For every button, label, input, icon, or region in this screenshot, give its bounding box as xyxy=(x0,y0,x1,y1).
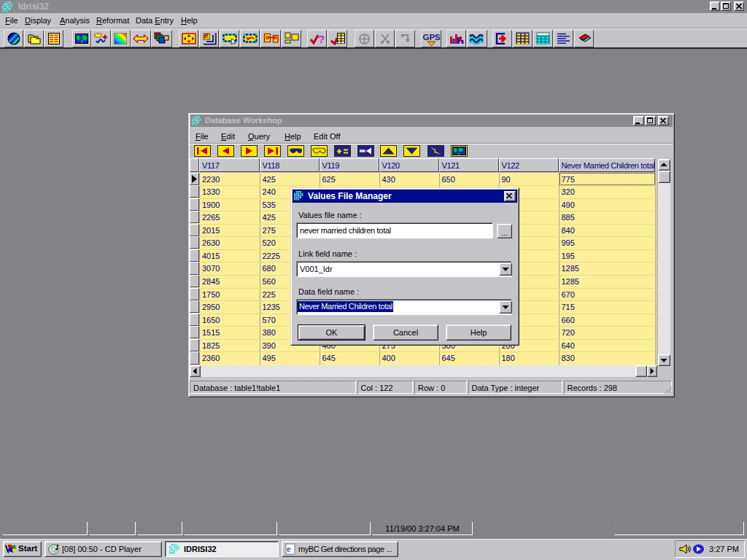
svg-text:e: e xyxy=(287,544,291,554)
svg-text:GPS: GPS xyxy=(423,33,441,42)
svg-text:?: ? xyxy=(318,33,325,45)
